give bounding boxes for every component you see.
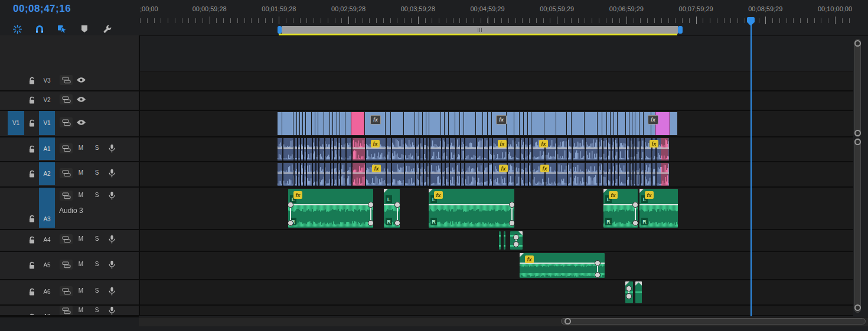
audio-clip-green[interactable] [635, 281, 642, 303]
voiceover-record-button[interactable] [108, 191, 115, 200]
video-clip[interactable] [315, 112, 318, 135]
solo-button[interactable]: S [93, 287, 101, 294]
video-clip[interactable] [614, 112, 617, 135]
volume-rubber-band[interactable] [429, 204, 514, 205]
mute-button[interactable]: M [77, 287, 85, 294]
volume-keyframe[interactable] [509, 220, 514, 226]
volume-keyframe[interactable] [513, 241, 519, 247]
video-clip[interactable] [520, 112, 523, 135]
voiceover-record-button[interactable] [108, 144, 115, 153]
video-clip[interactable] [556, 112, 566, 135]
track-lock-toggle[interactable] [28, 145, 36, 153]
video-clip[interactable] [488, 112, 491, 135]
horizontal-scrollbar-thumb[interactable] [561, 318, 866, 325]
sync-lock-toggle[interactable] [60, 286, 73, 296]
video-clip[interactable] [293, 112, 296, 135]
track-height-handle[interactable] [854, 304, 861, 311]
video-clip[interactable] [278, 112, 282, 135]
video-clip[interactable] [464, 112, 475, 135]
video-clip[interactable] [282, 112, 293, 135]
solo-button[interactable]: S [93, 235, 101, 242]
scrollbar-zoom-handle[interactable] [564, 318, 571, 325]
volume-keyframe[interactable] [632, 220, 638, 226]
fx-badge[interactable]: fx [525, 255, 534, 263]
sync-lock-toggle[interactable] [60, 260, 73, 270]
solo-button[interactable]: S [93, 261, 101, 267]
volume-keyframe[interactable] [513, 234, 519, 240]
video-clip[interactable] [318, 112, 324, 135]
volume-rubber-band[interactable] [288, 204, 373, 205]
volume-keyframe[interactable] [394, 202, 400, 208]
video-clip[interactable] [303, 112, 305, 135]
video-clip[interactable] [391, 112, 403, 135]
video-clip[interactable] [635, 112, 639, 135]
video-clip[interactable] [531, 112, 544, 135]
audio-clip-green[interactable] [499, 231, 501, 250]
video-clip-pink[interactable] [351, 112, 364, 135]
video-clip[interactable] [507, 112, 514, 135]
sync-lock-toggle[interactable] [60, 234, 73, 244]
mute-button[interactable]: M [77, 192, 85, 198]
volume-keyframe[interactable] [394, 220, 400, 226]
video-clip[interactable] [567, 112, 571, 135]
video-clip[interactable] [626, 112, 629, 135]
video-clip[interactable] [449, 112, 455, 135]
video-clip[interactable] [618, 112, 625, 135]
video-clip[interactable] [607, 112, 610, 135]
video-clip[interactable] [330, 112, 332, 135]
mute-button[interactable]: M [77, 261, 85, 267]
mute-button[interactable]: M [77, 169, 85, 176]
fade-handle[interactable] [638, 281, 642, 286]
video-clip[interactable] [598, 112, 602, 135]
audio-clip-strip[interactable] [278, 163, 669, 186]
mute-button[interactable]: M [77, 145, 85, 151]
video-clip[interactable] [476, 112, 482, 135]
solo-button[interactable]: S [93, 145, 101, 151]
fx-badge[interactable]: fx [434, 191, 443, 199]
audio-clip-green[interactable] [504, 231, 505, 250]
video-clip[interactable] [611, 112, 614, 135]
audio-clip-green[interactable] [625, 281, 633, 303]
video-clip[interactable] [441, 112, 444, 135]
voiceover-record-button[interactable] [108, 287, 115, 296]
zoom-handle-left[interactable] [278, 26, 282, 34]
volume-keyframe[interactable] [626, 286, 632, 291]
track-height-handle[interactable] [854, 40, 861, 47]
video-clip[interactable] [306, 112, 311, 135]
track-lock-toggle[interactable] [28, 261, 36, 270]
video-clip[interactable] [404, 112, 415, 135]
fx-badge[interactable]: fx [648, 115, 658, 124]
voiceover-record-button[interactable] [108, 235, 115, 244]
video-clip[interactable] [528, 112, 531, 135]
sync-lock-toggle[interactable] [60, 143, 73, 153]
video-clip[interactable] [333, 112, 337, 135]
video-clip[interactable] [337, 112, 340, 135]
solo-button[interactable]: S [93, 192, 101, 198]
video-clip[interactable] [324, 112, 329, 135]
video-clip[interactable] [602, 112, 606, 135]
sync-lock-toggle[interactable] [60, 75, 73, 85]
track-output-eye-toggle[interactable] [76, 76, 86, 84]
volume-keyframe[interactable] [368, 220, 373, 226]
volume-keyframe[interactable] [595, 260, 601, 266]
fade-handle[interactable] [639, 189, 644, 193]
video-clip[interactable] [629, 112, 632, 135]
video-clip[interactable] [514, 112, 519, 135]
track-target-button[interactable]: A2 [39, 162, 55, 185]
playhead-line[interactable] [750, 25, 752, 316]
source-track-indicator[interactable]: V1 [8, 111, 24, 135]
sync-lock-toggle[interactable] [60, 168, 73, 178]
fx-badge[interactable]: fx [609, 191, 618, 199]
video-clip[interactable] [340, 112, 345, 135]
track-height-handle[interactable] [854, 139, 861, 145]
track-lock-toggle[interactable] [28, 236, 36, 244]
video-clip[interactable] [483, 112, 487, 135]
fx-badge[interactable]: fx [293, 191, 302, 199]
track-lock-toggle[interactable] [28, 96, 36, 104]
track-target-button[interactable]: A1 [39, 137, 55, 160]
video-clip[interactable] [297, 112, 299, 135]
volume-keyframe[interactable] [595, 272, 601, 278]
fx-badge[interactable]: fx [499, 165, 508, 172]
track-lock-toggle[interactable] [28, 170, 36, 178]
volume-keyframe[interactable] [509, 202, 514, 208]
